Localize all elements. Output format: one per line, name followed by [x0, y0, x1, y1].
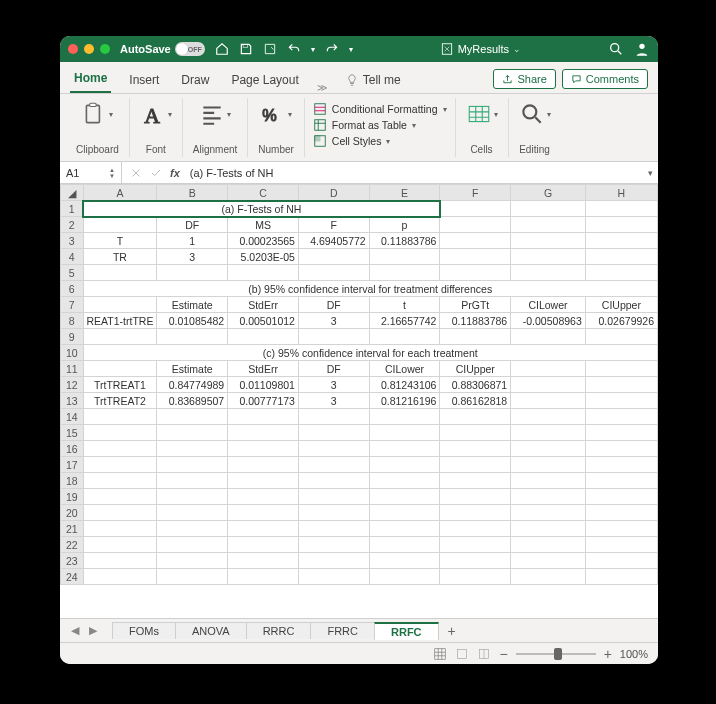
user-icon[interactable]: [634, 41, 650, 57]
home-icon[interactable]: [215, 42, 229, 56]
share-icon: [502, 74, 513, 85]
cell[interactable]: (a) F-Tests of NH: [83, 201, 440, 217]
close-icon[interactable]: [68, 44, 78, 54]
fx-label: fx: [170, 167, 180, 179]
tab-page-layout[interactable]: Page Layout: [227, 67, 302, 93]
group-cells: ▾ Cells: [456, 98, 509, 157]
group-editing: ▾ Editing: [509, 98, 561, 157]
svg-rect-5: [90, 103, 97, 106]
undo-icon[interactable]: [287, 42, 301, 56]
sheet-tabs: ◀ ▶ FOMs ANOVA RRRC FRRC RRFC +: [60, 618, 658, 642]
comments-button[interactable]: Comments: [562, 69, 648, 89]
share-button[interactable]: Share: [493, 69, 555, 89]
save-icon[interactable]: [239, 42, 253, 56]
group-styles: Conditional Formatting ▾ Format as Table…: [305, 98, 456, 157]
sheet-tab-active[interactable]: RRFC: [374, 622, 439, 640]
bulb-icon: [345, 73, 359, 87]
tab-insert[interactable]: Insert: [125, 67, 163, 93]
spreadsheet-grid[interactable]: ◢ A B C D E F G H 1(a) F-Tests of NH 2DF…: [60, 184, 658, 618]
add-sheet-button[interactable]: +: [438, 621, 466, 641]
page-break-view-icon[interactable]: [477, 647, 491, 661]
svg-rect-15: [458, 649, 467, 658]
edit-icon[interactable]: [263, 42, 277, 56]
sheet-tab[interactable]: FRRC: [310, 622, 375, 639]
doc-title[interactable]: MyResults: [458, 43, 509, 55]
formula-input[interactable]: (a) F-Tests of NH: [186, 167, 648, 179]
zoom-icon[interactable]: [100, 44, 110, 54]
col-header[interactable]: F: [440, 185, 511, 201]
cells-button[interactable]: ▾: [466, 100, 498, 128]
sheet-tab[interactable]: RRRC: [246, 622, 312, 639]
editing-button[interactable]: ▾: [519, 100, 551, 128]
col-header[interactable]: E: [369, 185, 440, 201]
page-layout-view-icon[interactable]: [455, 647, 469, 661]
tab-draw[interactable]: Draw: [177, 67, 213, 93]
col-header[interactable]: C: [228, 185, 299, 201]
zoom-out-button[interactable]: −: [499, 646, 507, 662]
conditional-formatting-button[interactable]: Conditional Formatting ▾: [313, 102, 447, 116]
svg-rect-14: [435, 648, 446, 659]
name-box[interactable]: A1 ▲▼: [60, 162, 122, 183]
sheet-tab[interactable]: ANOVA: [175, 622, 247, 639]
autosave-toggle[interactable]: AutoSave OFF: [120, 42, 205, 56]
excel-doc-icon: [440, 42, 454, 56]
svg-point-3: [639, 44, 644, 49]
redo-icon[interactable]: [325, 42, 339, 56]
svg-rect-9: [315, 120, 326, 131]
col-header[interactable]: B: [157, 185, 228, 201]
minimize-icon[interactable]: [84, 44, 94, 54]
alignment-button[interactable]: ▾: [199, 100, 231, 128]
ribbon: ▾ Clipboard A ▾ Font ▾ Alignment % ▾ Num…: [60, 94, 658, 162]
format-as-table-button[interactable]: Format as Table ▾: [313, 118, 447, 132]
svg-rect-12: [469, 106, 489, 121]
sheet-next-icon[interactable]: ▶: [84, 624, 102, 637]
zoom-in-button[interactable]: +: [604, 646, 612, 662]
svg-text:%: %: [262, 106, 276, 124]
zoom-level[interactable]: 100%: [620, 648, 648, 660]
cancel-icon[interactable]: [130, 167, 142, 179]
col-header[interactable]: H: [585, 185, 657, 201]
row-header[interactable]: 1: [61, 201, 84, 217]
cell-styles-button[interactable]: Cell Styles ▾: [313, 134, 447, 148]
expand-formula-icon[interactable]: ▾: [648, 168, 658, 178]
app-window: AutoSave OFF ▾ ▾ MyResults ⌄ Home Insert…: [60, 36, 658, 664]
comment-icon: [571, 74, 582, 85]
ribbon-tabs: Home Insert Draw Page Layout ≫ Tell me S…: [60, 62, 658, 94]
group-number: % ▾ Number: [248, 98, 305, 157]
svg-rect-4: [87, 105, 100, 122]
formula-bar: A1 ▲▼ fx (a) F-Tests of NH ▾: [60, 162, 658, 184]
autosave-label: AutoSave: [120, 43, 171, 55]
more-tabs-icon[interactable]: ≫: [317, 82, 327, 93]
number-button[interactable]: % ▾: [260, 100, 292, 128]
sheet-prev-icon[interactable]: ◀: [66, 624, 84, 637]
group-clipboard: ▾ Clipboard: [66, 98, 130, 157]
paste-button[interactable]: ▾: [81, 100, 113, 128]
sheet-tab[interactable]: FOMs: [112, 622, 176, 639]
group-font: A ▾ Font: [130, 98, 183, 157]
svg-text:A: A: [144, 104, 160, 128]
group-alignment: ▾ Alignment: [183, 98, 248, 157]
tell-me[interactable]: Tell me: [341, 67, 405, 93]
svg-rect-8: [315, 104, 326, 115]
svg-point-13: [523, 105, 536, 118]
status-bar: − + 100%: [60, 642, 658, 664]
col-header[interactable]: A: [83, 185, 157, 201]
col-header[interactable]: G: [511, 185, 586, 201]
svg-point-2: [611, 44, 619, 52]
zoom-slider[interactable]: [516, 653, 596, 655]
font-button[interactable]: A ▾: [140, 100, 172, 128]
search-icon[interactable]: [608, 41, 624, 57]
tab-home[interactable]: Home: [70, 65, 111, 93]
col-header[interactable]: D: [298, 185, 369, 201]
select-all[interactable]: ◢: [61, 185, 84, 201]
normal-view-icon[interactable]: [433, 647, 447, 661]
titlebar: AutoSave OFF ▾ ▾ MyResults ⌄: [60, 36, 658, 62]
svg-rect-11: [315, 136, 320, 141]
confirm-icon[interactable]: [150, 167, 162, 179]
